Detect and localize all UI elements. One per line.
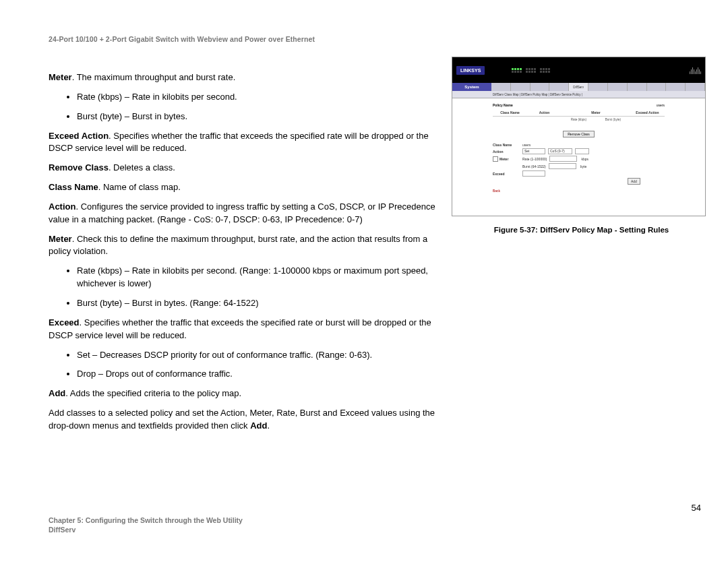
closing-bold: Add: [250, 420, 267, 431]
system-tab: System: [452, 83, 491, 91]
remove-class-button: Remove Class: [563, 131, 595, 137]
add-label: Add: [49, 388, 65, 398]
closing-post: .: [267, 420, 270, 431]
footer-section: DiffServ: [49, 525, 701, 535]
action-value: CoS (0-7): [548, 148, 572, 154]
burst-unit: byte: [580, 164, 586, 168]
bullet: Rate (kbps) – Rate in kilobits per secon…: [77, 91, 439, 104]
rate-input: [549, 156, 577, 162]
th-meter: Meter: [562, 111, 630, 115]
th-class: Class Name: [493, 111, 527, 115]
sub-burst: Burst (byte): [596, 118, 630, 121]
action-text: . Configures the service provided to ing…: [49, 201, 435, 224]
form-meter-label: Meter: [499, 157, 508, 161]
th-exceed: Exceed Action: [630, 111, 665, 115]
diffserv-tab: DiffServ: [569, 83, 588, 91]
form-burst-label: Burst (64-1522): [522, 164, 546, 168]
form-action-label: Action: [493, 150, 520, 154]
exceed2-bullets: Set – Decreases DSCP priority for out of…: [49, 349, 439, 381]
form-class-label: Class Name: [493, 143, 520, 147]
meter2-text: . Check this to define the maximum throu…: [49, 234, 427, 257]
bullet: Burst (byte) – Burst in bytes. (Range: 6…: [77, 297, 439, 310]
bullet: Burst (byte) – Burst in bytes.: [77, 111, 439, 123]
remove-class-label: Remove Class: [49, 162, 109, 173]
sub-tabs: DiffServ Class Map | DiffServ Policy Map…: [452, 91, 705, 98]
exceed2-text: . Specifies whether the traffic that exc…: [49, 317, 431, 340]
sub-rate: Rate (kbps): [562, 118, 596, 121]
back-link: Back: [493, 189, 665, 193]
action-select: Set: [522, 148, 545, 154]
meter-bullets: Rate (kbps) – Rate in kilobits per secon…: [49, 91, 439, 123]
form-class-value: users: [522, 143, 530, 147]
meter-checkbox: [493, 156, 498, 162]
closing-pre: Add classes to a selected policy and set…: [49, 408, 435, 431]
action-label: Action: [49, 201, 75, 212]
bullet: Set – Decreases DSCP priority for out of…: [77, 349, 439, 362]
main-content: Meter. The maximum throughput and burst …: [49, 50, 439, 439]
class-name-label: Class Name: [49, 182, 98, 192]
add-text: . Adds the specified criteria to the pol…: [65, 388, 241, 398]
page-header: 24-Port 10/100 + 2-Port Gigabit Switch w…: [0, 0, 728, 50]
footer-chapter: Chapter 5: Configuring the Switch throug…: [49, 516, 701, 526]
form-exceed-label: Exceed: [493, 172, 520, 176]
meter2-label: Meter: [49, 234, 72, 244]
policy-name-value: users: [657, 103, 665, 107]
th-action: Action: [527, 111, 562, 115]
remove-class-text: . Deletes a class.: [109, 162, 175, 173]
figure-screenshot: LINKSYS System DiffServ DiffServ Cl: [452, 57, 706, 216]
cisco-logo-icon: [690, 66, 701, 74]
bullet: Drop – Drops out of conformance traffic.: [77, 368, 439, 381]
exceed-action-label: Exceed Action: [49, 131, 109, 141]
meter2-bullets: Rate (kbps) – Rate in kilobits per secon…: [49, 265, 439, 310]
bullet: Rate (kbps) – Rate in kilobits per secon…: [77, 265, 439, 290]
exceed2-label: Exceed: [49, 317, 80, 327]
add-button-fig: Add: [628, 178, 640, 185]
linksys-logo: LINKSYS: [456, 66, 485, 75]
meter-label: Meter: [49, 72, 72, 82]
class-name-text: . Name of class map.: [98, 182, 181, 192]
burst-input: [549, 163, 576, 169]
rate-unit: kbps: [581, 157, 588, 161]
page-number: 54: [49, 503, 701, 513]
meter-text: . The maximum throughput and burst rate.: [72, 72, 236, 82]
figure-caption: Figure 5-37: DiffServ Policy Map - Setti…: [452, 226, 711, 234]
policy-name-label: Policy Name: [493, 103, 533, 107]
form-rate-label: Rate (1-100000): [522, 157, 547, 161]
